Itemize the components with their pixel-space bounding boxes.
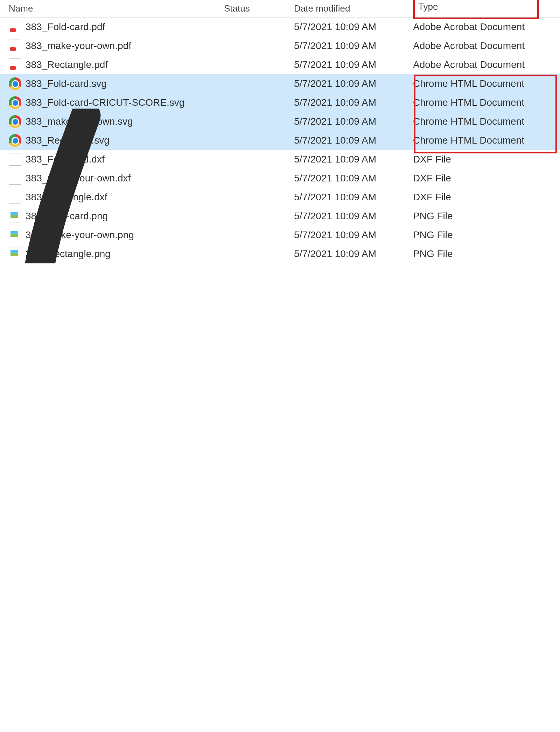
file-row[interactable]: 383_make-your-own.pdf5/7/2021 10:09 AMAd… [0,36,560,55]
file-name: 383_Fold-card.png [26,210,224,222]
header-name[interactable]: Name [0,3,224,14]
file-name: 383_Rectangle.png [26,248,224,260]
chrome-icon [9,77,21,90]
image-icon [9,210,21,222]
file-icon [9,191,21,203]
file-row[interactable]: 383_make-your-own.png5/7/2021 10:09 AMPN… [0,226,560,244]
highlight-chrome-types [414,75,557,153]
pdf-icon [9,21,21,33]
file-date: 5/7/2021 10:09 AM [294,154,413,165]
file-row[interactable]: 383_Fold-card.pdf5/7/2021 10:09 AMAdobe … [0,18,560,36]
file-type: DXF File [413,173,560,184]
file-type: PNG File [413,210,560,222]
chrome-icon [9,134,21,147]
file-name: 383_Rectangle.dxf [26,192,224,203]
file-name: 383_make-your-own.pdf [26,40,224,51]
file-row[interactable]: 383_make-your-own.dxf5/7/2021 10:09 AMDX… [0,169,560,188]
file-date: 5/7/2021 10:09 AM [294,21,413,33]
file-name: 383_Rectangle.pdf [26,59,224,70]
chrome-icon [9,115,21,128]
file-icon [9,153,21,166]
file-row[interactable]: 383_Rectangle.png5/7/2021 10:09 AMPNG Fi… [0,244,560,263]
file-type: Adobe Acrobat Document [413,21,560,33]
file-name: 383_Fold-card-CRICUT-SCORE.svg [26,97,224,108]
file-date: 5/7/2021 10:09 AM [294,248,413,260]
file-icon [9,172,21,185]
header-status[interactable]: Status [224,3,294,14]
file-type: Adobe Acrobat Document [413,40,560,51]
file-date: 5/7/2021 10:09 AM [294,173,413,184]
file-name: 383_Fold-card.svg [26,78,224,89]
file-row[interactable]: 383_Rectangle.pdf5/7/2021 10:09 AMAdobe … [0,55,560,74]
file-row[interactable]: 383_Rectangle.dxf5/7/2021 10:09 AMDXF Fi… [0,188,560,207]
file-type: Adobe Acrobat Document [413,59,560,70]
file-date: 5/7/2021 10:09 AM [294,135,413,146]
pdf-icon [9,58,21,71]
file-name: 383_make-your-own.png [26,229,224,241]
file-type: DXF File [413,154,560,165]
file-type: DXF File [413,192,560,203]
file-type: PNG File [413,229,560,241]
file-date: 5/7/2021 10:09 AM [294,78,413,89]
file-date: 5/7/2021 10:09 AM [294,40,413,51]
image-icon [9,248,21,260]
file-date: 5/7/2021 10:09 AM [294,229,413,241]
pdf-icon [9,40,21,52]
file-date: 5/7/2021 10:09 AM [294,59,413,70]
file-name: 383_make-your-own.svg [26,116,224,127]
file-name: 383_make-your-own.dxf [26,173,224,184]
file-name: 383_Fold-card.dxf [26,154,224,165]
file-name: 383_Rectangle.svg [26,135,224,146]
file-name: 383_Fold-card.pdf [26,21,224,33]
file-date: 5/7/2021 10:09 AM [294,210,413,222]
file-row[interactable]: 383_Fold-card.png5/7/2021 10:09 AMPNG Fi… [0,207,560,226]
column-headers: Name Status Date modified Type [0,0,560,18]
file-date: 5/7/2021 10:09 AM [294,192,413,203]
file-date: 5/7/2021 10:09 AM [294,97,413,108]
header-type[interactable]: Type [413,1,560,16]
chrome-icon [9,96,21,109]
image-icon [9,229,21,241]
file-date: 5/7/2021 10:09 AM [294,116,413,127]
file-type: PNG File [413,248,560,260]
header-date[interactable]: Date modified [294,3,413,14]
